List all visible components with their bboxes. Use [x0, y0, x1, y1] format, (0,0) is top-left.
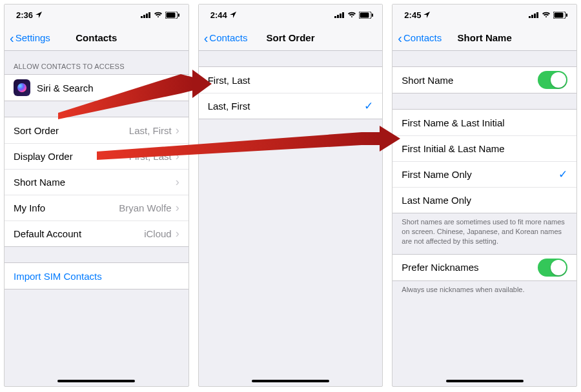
svg-rect-7 — [334, 16, 336, 18]
chevron-right-icon: › — [176, 175, 179, 189]
location-icon — [36, 12, 42, 18]
row-default-account[interactable]: Default Account iCloud › — [5, 220, 189, 246]
row-value: Bryan Wolfe — [119, 202, 171, 213]
battery-icon — [553, 12, 567, 19]
option-label: First Initial & Last Name — [402, 143, 504, 154]
checkmark-icon: ✓ — [558, 168, 567, 181]
nav-bar: ‹ Contacts Short Name — [392, 25, 576, 51]
wifi-icon — [347, 12, 356, 18]
svg-rect-2 — [146, 14, 148, 18]
nav-back-label: Settings — [15, 32, 50, 43]
section-header-allow: ALLOW CONTACTS TO ACCESS — [5, 51, 189, 74]
battery-icon — [359, 12, 373, 19]
status-bar: 2:45 — [392, 5, 576, 25]
chevron-right-icon: › — [176, 150, 179, 163]
nav-back-button[interactable]: ‹ Contacts — [204, 32, 248, 44]
option-label: First, Last — [208, 75, 250, 86]
svg-rect-6 — [178, 14, 179, 17]
wifi-icon — [154, 12, 163, 18]
chevron-left-icon: ‹ — [204, 32, 209, 44]
home-indicator[interactable] — [252, 380, 329, 382]
nav-bar: ‹ Contacts Sort Order — [199, 25, 383, 51]
location-icon — [423, 12, 430, 18]
chevron-right-icon: › — [176, 201, 179, 215]
nav-bar: ‹ Settings Contacts — [5, 25, 189, 51]
option-label: Last Name Only — [402, 195, 471, 206]
option-last-first[interactable]: Last, First ✓ — [199, 93, 383, 119]
svg-rect-15 — [531, 15, 533, 18]
row-prefer-nicknames[interactable]: Prefer Nicknames — [392, 255, 576, 280]
option-label: First Name Only — [402, 169, 471, 180]
option-last-name-only[interactable]: Last Name Only — [392, 187, 576, 213]
cellular-icon — [334, 12, 345, 18]
wifi-icon — [542, 12, 551, 18]
screen-short-name: 2:45 ‹ Contacts Short Name Short Name — [392, 4, 577, 387]
screen-contacts: 2:36 ‹ Settings Contacts ALLOW CONTACTS … — [4, 4, 189, 387]
row-display-order[interactable]: Display Order First, Last › — [5, 143, 189, 169]
svg-rect-16 — [534, 14, 536, 18]
option-label: Last, First — [208, 101, 250, 112]
row-label: Display Order — [14, 151, 73, 162]
option-first-last[interactable]: First, Last — [199, 67, 383, 93]
option-first-initial-last-name[interactable]: First Initial & Last Name — [392, 135, 576, 161]
svg-rect-0 — [141, 16, 143, 18]
row-label: My Info — [14, 202, 45, 213]
location-icon — [230, 12, 236, 18]
svg-rect-3 — [148, 12, 150, 18]
svg-rect-17 — [536, 12, 538, 18]
svg-rect-9 — [340, 14, 341, 18]
battery-icon — [165, 12, 179, 19]
row-short-name[interactable]: Short Name › — [5, 169, 189, 195]
row-value: Last, First — [129, 125, 172, 136]
row-short-name-toggle[interactable]: Short Name — [392, 67, 576, 93]
checkmark-icon: ✓ — [364, 99, 373, 113]
row-siri-search[interactable]: Siri & Search › — [5, 75, 189, 101]
chevron-left-icon: ‹ — [10, 32, 14, 44]
chevron-right-icon: › — [176, 124, 179, 137]
status-bar: 2:44 — [199, 5, 383, 25]
row-label: Default Account — [14, 228, 81, 239]
toggle-prefer-nicknames[interactable] — [538, 259, 567, 277]
siri-icon — [14, 79, 30, 96]
svg-rect-13 — [372, 14, 373, 17]
row-label: Sort Order — [14, 125, 59, 136]
options-footer: Short names are sometimes used to fit mo… — [392, 213, 576, 254]
row-my-info[interactable]: My Info Bryan Wolfe › — [5, 195, 189, 220]
svg-rect-12 — [360, 12, 369, 17]
row-label: Short Name — [14, 177, 65, 188]
nav-back-button[interactable]: ‹ Settings — [10, 32, 50, 44]
svg-rect-8 — [337, 15, 339, 18]
cellular-icon — [141, 12, 151, 18]
svg-rect-10 — [342, 12, 344, 18]
row-label: Import SIM Contacts — [14, 271, 102, 282]
nav-back-label: Contacts — [209, 32, 247, 43]
svg-rect-20 — [566, 14, 567, 17]
home-indicator[interactable] — [57, 380, 135, 382]
nav-back-label: Contacts — [403, 32, 442, 43]
svg-rect-5 — [166, 12, 175, 17]
toggle-short-name[interactable] — [538, 71, 567, 89]
home-indicator[interactable] — [446, 380, 524, 382]
row-label: Short Name — [402, 75, 453, 86]
row-import-sim[interactable]: Import SIM Contacts — [5, 263, 189, 289]
svg-rect-14 — [529, 16, 531, 18]
row-value: First, Last — [129, 151, 172, 162]
svg-rect-1 — [143, 15, 145, 18]
status-bar: 2:36 — [5, 5, 189, 25]
option-first-name-only[interactable]: First Name Only ✓ — [392, 161, 576, 187]
chevron-right-icon: › — [176, 227, 179, 240]
nav-back-button[interactable]: ‹ Contacts — [398, 32, 442, 44]
status-time: 2:45 — [404, 10, 421, 20]
option-label: First Name & Last Initial — [402, 117, 504, 128]
cellular-icon — [529, 12, 539, 18]
status-time: 2:36 — [16, 10, 33, 20]
chevron-right-icon: › — [176, 81, 179, 95]
chevron-left-icon: ‹ — [398, 32, 402, 44]
row-label: Siri & Search — [37, 83, 94, 93]
row-label: Prefer Nicknames — [402, 262, 478, 273]
row-value: iCloud — [144, 228, 172, 239]
option-first-last-initial[interactable]: First Name & Last Initial — [392, 110, 576, 135]
row-sort-order[interactable]: Sort Order Last, First › — [5, 117, 189, 143]
status-time: 2:44 — [210, 10, 227, 20]
screen-sort-order: 2:44 ‹ Contacts Sort Order First, Last — [198, 4, 383, 387]
